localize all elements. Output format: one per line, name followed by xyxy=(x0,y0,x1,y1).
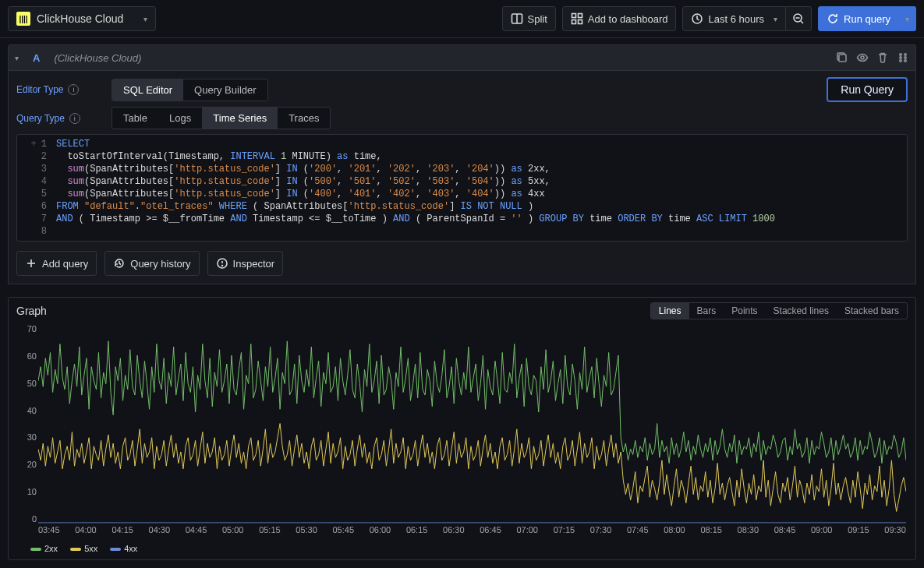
legend-item-4xx[interactable]: 4xx xyxy=(110,544,137,553)
viz-bars[interactable]: Bars xyxy=(689,303,724,319)
datasource-picker[interactable]: |||| ClickHouse Cloud ▾ xyxy=(8,6,156,31)
viz-switcher: Lines Bars Points Stacked lines Stacked … xyxy=(650,302,908,319)
svg-rect-10 xyxy=(839,55,846,62)
svg-point-16 xyxy=(905,57,906,58)
svg-point-11 xyxy=(861,56,864,59)
svg-point-17 xyxy=(905,60,906,62)
info-icon[interactable]: i xyxy=(68,84,79,95)
query-type-label: Query Type i xyxy=(16,113,102,124)
svg-point-13 xyxy=(900,57,901,58)
inspector-icon xyxy=(216,257,228,270)
svg-point-15 xyxy=(905,54,906,55)
line-gutter: 12345678 xyxy=(17,138,56,238)
run-query-dropdown[interactable]: ▾ xyxy=(899,6,916,31)
legend-item-2xx[interactable]: 2xx xyxy=(30,544,58,553)
tab-query-builder[interactable]: Query Builder xyxy=(183,79,267,101)
svg-point-22 xyxy=(221,266,222,266)
plus-icon xyxy=(25,257,37,270)
chevron-down-icon: ▾ xyxy=(905,15,909,23)
clock-icon xyxy=(691,12,703,25)
editor-type-label: Editor Type i xyxy=(16,84,102,95)
chart-area[interactable]: 706050403020100 03:4504:0004:1504:3004:4… xyxy=(16,324,908,541)
run-query-inline-button[interactable]: Run Query xyxy=(827,77,908,102)
chevron-down-icon: ▾ xyxy=(774,15,777,23)
inspector-button[interactable]: Inspector xyxy=(207,251,283,276)
eye-icon[interactable] xyxy=(856,51,869,64)
tab-traces[interactable]: Traces xyxy=(278,108,330,129)
query-row: ▾ A (ClickHouse Cloud) Editor Type i SQL… xyxy=(0,38,924,284)
add-query-button[interactable]: Add query xyxy=(16,251,97,276)
run-query-button[interactable]: Run query xyxy=(818,6,899,31)
split-label: Split xyxy=(528,13,547,25)
viz-stacked-bars[interactable]: Stacked bars xyxy=(837,303,907,319)
svg-rect-2 xyxy=(572,14,575,18)
query-body: Editor Type i SQL Editor Query Builder R… xyxy=(8,71,916,284)
query-history-button[interactable]: Query history xyxy=(104,251,199,276)
x-axis: 03:4504:0004:1504:3004:4505:0005:1505:30… xyxy=(38,525,906,541)
zoom-out-icon xyxy=(792,12,805,25)
svg-rect-3 xyxy=(578,14,582,18)
time-range-label: Last 6 hours xyxy=(708,13,764,25)
refresh-icon xyxy=(827,12,839,25)
plot xyxy=(38,324,906,524)
svg-line-8 xyxy=(801,21,803,23)
viz-lines[interactable]: Lines xyxy=(651,303,689,319)
panel-title: Graph xyxy=(16,305,47,317)
add-to-dashboard-button[interactable]: Add to dashboard xyxy=(562,6,677,31)
query-datasource: (ClickHouse Cloud) xyxy=(54,52,141,64)
svg-point-12 xyxy=(900,54,901,55)
query-header: ▾ A (ClickHouse Cloud) xyxy=(8,44,916,71)
graph-panel: Graph Lines Bars Points Stacked lines St… xyxy=(8,297,916,560)
tab-sql-editor[interactable]: SQL Editor xyxy=(112,79,183,101)
trash-icon[interactable] xyxy=(876,51,889,64)
query-type-tabs: Table Logs Time Series Traces xyxy=(112,107,331,129)
drag-handle-icon[interactable] xyxy=(897,51,909,64)
tab-time-series[interactable]: Time Series xyxy=(202,108,278,129)
tab-logs[interactable]: Logs xyxy=(158,108,202,129)
svg-rect-5 xyxy=(578,20,582,24)
svg-point-14 xyxy=(900,60,901,62)
info-icon[interactable]: i xyxy=(69,113,80,124)
clickhouse-logo-icon: |||| xyxy=(16,12,30,26)
add-query-label: Add query xyxy=(42,258,88,270)
viz-points[interactable]: Points xyxy=(724,303,765,319)
viz-stacked-lines[interactable]: Stacked lines xyxy=(766,303,837,319)
y-axis: 706050403020100 xyxy=(16,324,37,524)
add-to-dashboard-label: Add to dashboard xyxy=(588,13,668,25)
collapse-toggle[interactable]: ▾ xyxy=(15,54,19,62)
query-letter[interactable]: A xyxy=(28,52,44,64)
run-query-label: Run query xyxy=(844,13,890,25)
history-icon xyxy=(113,257,126,270)
legend-item-5xx[interactable]: 5xx xyxy=(70,544,97,553)
query-history-label: Query history xyxy=(130,258,190,270)
copy-icon[interactable] xyxy=(836,51,848,64)
chevron-down-icon: ▾ xyxy=(143,15,147,23)
sql-editor[interactable]: 12345678 SELECT toStartOfInterval(Timest… xyxy=(16,134,908,242)
editor-type-tabs: SQL Editor Query Builder xyxy=(112,79,268,101)
topbar: |||| ClickHouse Cloud ▾ Split Add to das… xyxy=(0,0,924,38)
time-range-picker[interactable]: Last 6 hours ▾ xyxy=(682,6,786,31)
svg-rect-4 xyxy=(572,20,575,24)
legend: 2xx 5xx 4xx xyxy=(16,541,908,553)
dashboard-icon xyxy=(571,12,583,25)
zoom-out-button[interactable] xyxy=(786,6,812,31)
datasource-name: ClickHouse Cloud xyxy=(37,12,137,25)
tab-table[interactable]: Table xyxy=(112,108,158,129)
split-icon xyxy=(511,12,523,25)
split-button[interactable]: Split xyxy=(502,6,556,31)
inspector-label: Inspector xyxy=(233,258,274,270)
code-content: SELECT toStartOfInterval(Timestamp, INTE… xyxy=(56,138,907,238)
